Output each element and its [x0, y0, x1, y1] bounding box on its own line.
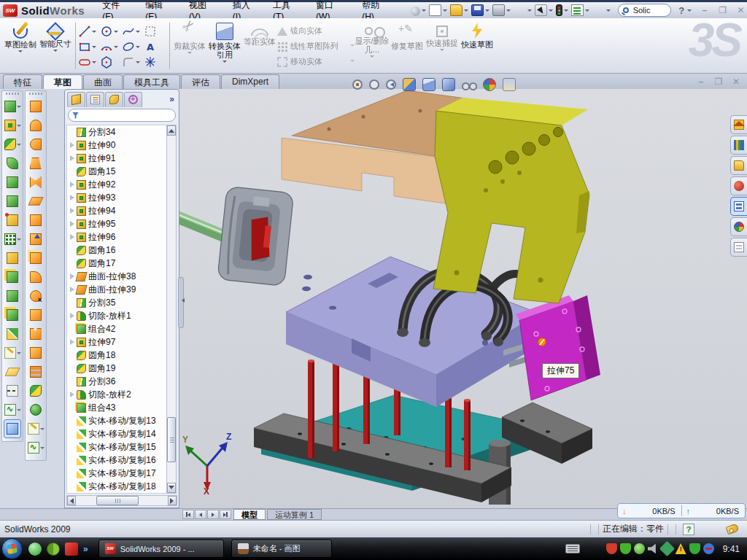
selection-box-tool[interactable] — [144, 23, 166, 39]
tree-item[interactable]: 拉伸95 — [67, 217, 166, 230]
feature-tool-button[interactable] — [2, 362, 23, 381]
ellipse-tool[interactable] — [122, 39, 144, 54]
toolbar-button[interactable]: 等距实体 — [242, 21, 277, 69]
expand-arrow-icon[interactable] — [69, 129, 76, 136]
command-tab[interactable]: 评估 — [181, 74, 220, 89]
toolbar-button[interactable]: 快速草图 — [460, 21, 495, 69]
spline-tool[interactable] — [122, 23, 144, 39]
dropdown-arrow-icon[interactable] — [585, 9, 589, 14]
prev-tab-button[interactable] — [195, 510, 206, 519]
command-tab[interactable]: 特征 — [3, 74, 42, 89]
dropdown-arrow-icon[interactable] — [497, 85, 501, 89]
toolbar-icon-button[interactable] — [450, 4, 469, 16]
surface-tool-button[interactable] — [26, 268, 46, 287]
dropdown-arrow-icon[interactable] — [516, 85, 521, 89]
task-pane-tab[interactable] — [730, 115, 747, 134]
sketch-fillet-tool[interactable] — [122, 54, 144, 69]
tree-item[interactable]: 拉伸90 — [67, 139, 166, 152]
task-pane-tab[interactable] — [730, 156, 747, 175]
tree-item[interactable]: 曲面-拉伸39 — [67, 283, 166, 296]
panel-overflow-button[interactable]: » — [169, 94, 177, 104]
expand-arrow-icon[interactable] — [69, 418, 76, 424]
toolbar-icon-button[interactable] — [556, 4, 569, 16]
tree-item[interactable]: 组合42 — [67, 322, 166, 335]
point-tool[interactable] — [144, 54, 166, 69]
view-tool-button[interactable] — [461, 79, 482, 90]
tray-icon[interactable] — [703, 543, 714, 554]
toolbar-button[interactable]: 显示/删除几... — [355, 21, 390, 69]
tray-icon[interactable] — [676, 543, 686, 554]
dropdown-arrow-icon[interactable] — [564, 9, 568, 14]
tree-item[interactable]: 分割34 — [67, 125, 166, 139]
scrollbar-thumb[interactable] — [96, 496, 139, 505]
tree-item[interactable]: 圆角19 — [67, 362, 166, 375]
arc-tool[interactable] — [100, 39, 122, 54]
expand-arrow-icon[interactable] — [69, 352, 76, 359]
surface-tool-button[interactable] — [26, 154, 46, 173]
expand-arrow-icon[interactable] — [69, 300, 76, 306]
surface-tool-button[interactable] — [26, 343, 46, 362]
tray-icon[interactable] — [634, 543, 645, 554]
tag-icon[interactable] — [726, 524, 740, 535]
tree-item[interactable]: 拉伸97 — [67, 335, 166, 349]
tree-item[interactable]: 实体-移动/复制13 — [67, 414, 166, 427]
expand-arrow-icon[interactable] — [69, 208, 76, 214]
expand-arrow-icon[interactable] — [69, 260, 76, 267]
tree-item[interactable]: 圆角17 — [67, 257, 166, 270]
dropdown-arrow-icon[interactable] — [40, 428, 44, 432]
dropdown-arrow-icon[interactable] — [380, 85, 384, 89]
taskbar-task-button[interactable]: SW SolidWorks 2009 - ... — [98, 540, 224, 558]
expand-arrow-icon[interactable] — [69, 339, 76, 346]
tree-item[interactable]: 实体-移动/复制16 — [67, 454, 166, 467]
expand-arrow-icon[interactable] — [69, 457, 76, 464]
scroll-left-button[interactable] — [67, 496, 76, 505]
tree-item[interactable]: 拉伸93 — [67, 191, 166, 204]
expand-arrow-icon[interactable] — [69, 444, 76, 451]
tree-item[interactable]: 曲面-拉伸38 — [67, 270, 166, 283]
expand-arrow-icon[interactable] — [69, 483, 76, 490]
doc-restore-button[interactable]: ❐ — [712, 77, 725, 88]
dropdown-arrow-icon[interactable] — [417, 85, 421, 89]
feature-tool-button[interactable] — [2, 192, 23, 211]
expand-arrow-icon[interactable] — [69, 155, 76, 162]
document-tab[interactable]: 模型 — [233, 509, 266, 520]
dropdown-arrow-icon[interactable] — [363, 85, 368, 89]
dropdown-arrow-icon[interactable] — [464, 9, 468, 14]
dropdown-arrow-icon[interactable] — [17, 409, 21, 413]
surface-tool-button[interactable] — [26, 306, 46, 324]
expand-arrow-icon[interactable] — [69, 247, 76, 254]
dropdown-arrow-icon[interactable] — [527, 9, 532, 14]
measure-tool-button[interactable] — [4, 419, 21, 438]
tree-item[interactable]: 分割36 — [67, 375, 166, 388]
feature-tool-button[interactable] — [2, 287, 23, 306]
toolbar-icon-button[interactable] — [571, 4, 590, 16]
doc-minimize-button[interactable]: – — [694, 77, 708, 88]
expand-arrow-icon[interactable] — [69, 182, 76, 188]
dropdown-arrow-icon[interactable] — [422, 9, 426, 14]
command-tab[interactable]: 草图 — [43, 74, 82, 89]
search-box[interactable]: Solic — [618, 4, 672, 17]
quick-launch-overflow[interactable]: » — [83, 544, 88, 554]
dropdown-arrow-icon[interactable] — [506, 9, 511, 14]
dropdown-arrow-icon[interactable] — [17, 352, 21, 357]
feature-tool-button[interactable] — [2, 268, 23, 287]
toolbar-button[interactable]: 修复草图 — [390, 21, 425, 69]
feature-tool-button[interactable] — [2, 306, 23, 324]
tree-item[interactable]: 实体-移动/复制15 — [67, 440, 166, 454]
tray-icon[interactable] — [648, 543, 659, 554]
surface-tool-button[interactable] — [26, 400, 46, 419]
toolbar-button[interactable]: 剪裁实体 — [172, 21, 207, 69]
dropdown-arrow-icon[interactable] — [187, 52, 192, 56]
toolbar-icon-button[interactable] — [429, 4, 448, 16]
quick-tips-button[interactable]: ? — [683, 524, 694, 535]
task-pane-tab[interactable] — [730, 238, 747, 257]
toolbar-stack-button[interactable]: 移动实体 — [277, 54, 355, 69]
toolbar-icon-button[interactable] — [471, 4, 490, 16]
surface-tool-button[interactable] — [26, 173, 46, 192]
task-pane-tab[interactable] — [730, 217, 747, 236]
dropdown-arrow-icon[interactable] — [485, 9, 489, 14]
feature-tool-button[interactable] — [2, 324, 23, 343]
scroll-down-button[interactable] — [167, 483, 176, 493]
dropdown-arrow-icon[interactable] — [53, 50, 58, 54]
expand-arrow-icon[interactable] — [69, 168, 76, 175]
